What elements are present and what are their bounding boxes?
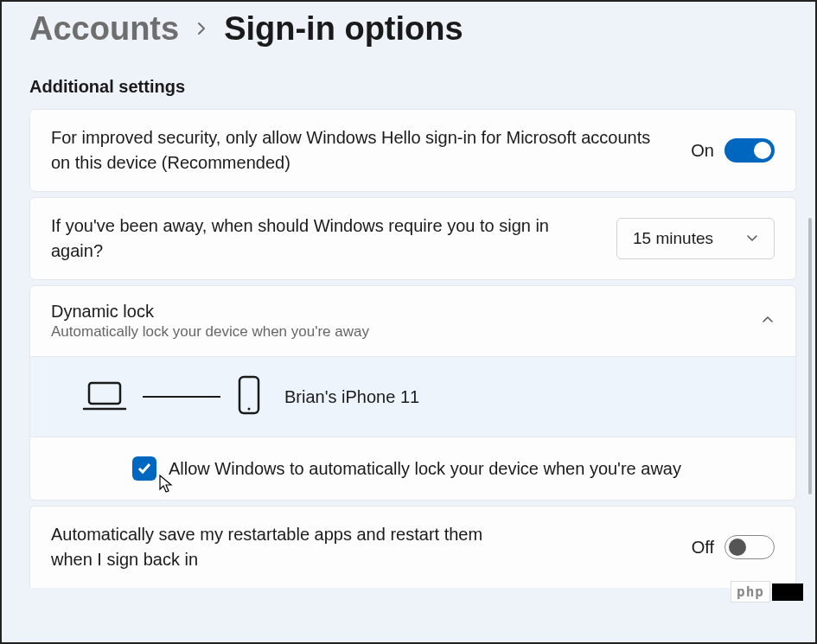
paired-device-name: Brian's iPhone 11 — [284, 387, 419, 407]
require-signin-dropdown[interactable]: 15 minutes — [616, 218, 775, 259]
svg-rect-0 — [89, 383, 120, 404]
hello-signin-toggle[interactable] — [724, 138, 775, 163]
require-signin-selected: 15 minutes — [633, 229, 713, 248]
hello-signin-text: For improved security, only allow Window… — [51, 125, 670, 175]
restartable-apps-setting: Automatically save my restartable apps a… — [29, 506, 796, 588]
connection-line-icon — [143, 396, 220, 398]
restartable-apps-toggle[interactable] — [724, 535, 775, 559]
dynamic-lock-checkbox-label: Allow Windows to automatically lock your… — [169, 459, 681, 479]
watermark-text: php — [731, 581, 770, 603]
dynamic-lock-header[interactable]: Dynamic lock Automatically lock your dev… — [30, 286, 795, 356]
chevron-down-icon — [746, 232, 758, 246]
chevron-right-icon — [195, 18, 208, 41]
chevron-up-icon — [761, 313, 775, 330]
dynamic-lock-title: Dynamic lock — [51, 302, 369, 322]
laptop-icon — [82, 378, 127, 416]
section-heading: Additional settings — [29, 77, 796, 97]
svg-point-3 — [248, 408, 251, 411]
hello-signin-state-label: On — [691, 141, 714, 161]
scrollbar-thumb[interactable] — [808, 218, 812, 494]
require-signin-text: If you've been away, when should Windows… — [51, 214, 596, 264]
dynamic-lock-device-row: Brian's iPhone 11 — [30, 356, 795, 437]
page-title: Sign-in options — [224, 10, 463, 48]
watermark-bar — [772, 583, 803, 601]
dynamic-lock-checkbox[interactable] — [132, 456, 156, 481]
require-signin-setting: If you've been away, when should Windows… — [29, 197, 796, 280]
breadcrumb-parent[interactable]: Accounts — [29, 10, 179, 48]
dynamic-lock-checkbox-row: Allow Windows to automatically lock your… — [30, 437, 795, 500]
watermark: php — [731, 581, 803, 603]
dynamic-lock-subtitle: Automatically lock your device when you'… — [51, 323, 369, 341]
restartable-apps-state-label: Off — [692, 538, 714, 558]
breadcrumb: Accounts Sign-in options — [29, 10, 796, 48]
phone-icon — [236, 374, 262, 419]
dynamic-lock-setting: Dynamic lock Automatically lock your dev… — [29, 285, 796, 501]
scrollbar[interactable] — [808, 218, 812, 598]
hello-signin-setting: For improved security, only allow Window… — [29, 109, 796, 192]
restartable-apps-text: Automatically save my restartable apps a… — [51, 522, 518, 572]
